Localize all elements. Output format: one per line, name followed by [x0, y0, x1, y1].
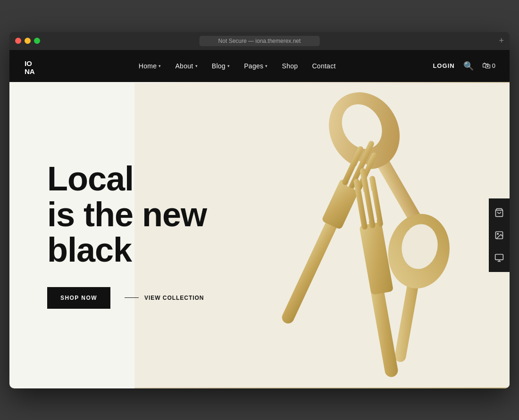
site-nav: IO NA Home ▾ About ▾ Blog ▾ — [9, 50, 510, 82]
nav-item-about[interactable]: About ▾ — [169, 58, 204, 74]
svg-text:IO: IO — [25, 59, 32, 67]
nav-item-shop[interactable]: Shop — [276, 58, 305, 74]
side-window-icon[interactable] — [489, 247, 510, 268]
chevron-down-icon: ▾ — [227, 64, 230, 68]
nav-item-blog[interactable]: Blog ▾ — [205, 58, 236, 74]
nav-links: Home ▾ About ▾ Blog ▾ Pages ▾ Shop — [132, 58, 343, 74]
hero-headline: Local is the new black — [47, 161, 207, 268]
side-panel — [489, 198, 510, 272]
maximize-button[interactable] — [34, 38, 40, 44]
minimize-button[interactable] — [25, 38, 31, 44]
svg-point-33 — [497, 233, 499, 234]
close-button[interactable] — [15, 38, 21, 44]
hero-section: Local is the new black SHOP NOW VIEW COL… — [9, 82, 510, 388]
nav-item-pages[interactable]: Pages ▾ — [237, 58, 274, 74]
hero-content: Local is the new black SHOP NOW VIEW COL… — [9, 161, 226, 309]
site-logo[interactable]: IO NA — [24, 57, 42, 75]
side-gallery-icon[interactable] — [489, 225, 510, 246]
address-bar[interactable]: Not Secure — iona.themerex.net — [200, 36, 320, 46]
chevron-down-icon: ▾ — [265, 64, 268, 68]
browser-window: Not Secure — iona.themerex.net + IO NA H… — [9, 32, 510, 388]
shop-now-button[interactable]: SHOP NOW — [47, 287, 110, 309]
login-button[interactable]: LOGIN — [433, 62, 454, 69]
chevron-down-icon: ▾ — [159, 64, 161, 68]
chevron-down-icon: ▾ — [195, 64, 198, 68]
svg-rect-34 — [495, 254, 503, 260]
cart-count: 0 — [492, 62, 495, 69]
new-tab-button[interactable]: + — [499, 36, 504, 46]
site-wrapper: IO NA Home ▾ About ▾ Blog ▾ — [9, 50, 510, 388]
url-text: Not Secure — iona.themerex.net — [218, 38, 301, 44]
view-collection-button[interactable]: VIEW COLLECTION — [125, 295, 204, 301]
hero-actions: SHOP NOW VIEW COLLECTION — [47, 287, 207, 309]
nav-right: LOGIN 🔍 🛍 0 — [433, 61, 495, 71]
browser-titlebar: Not Secure — iona.themerex.net + — [9, 32, 510, 50]
cart-button[interactable]: 🛍 0 — [482, 61, 495, 71]
search-icon[interactable]: 🔍 — [463, 61, 474, 71]
cart-icon: 🛍 — [482, 61, 491, 71]
nav-item-contact[interactable]: Contact — [305, 58, 342, 74]
nav-item-home[interactable]: Home ▾ — [132, 58, 168, 74]
side-cart-icon[interactable] — [489, 202, 510, 223]
svg-text:NA: NA — [25, 67, 35, 75]
browser-buttons — [15, 38, 40, 44]
